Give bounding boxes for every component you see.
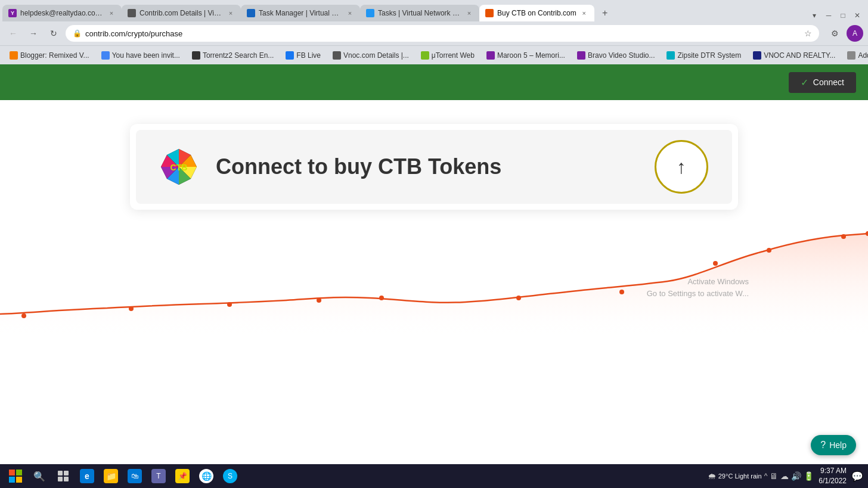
tab-task-manager[interactable]: Task Manager | Virtual Network ... ×	[241, 5, 360, 21]
bookmark-torrentz-label: Torrentz2 Search En...	[203, 51, 274, 60]
bookmark-bravo[interactable]: Bravo Video Studio...	[572, 50, 660, 61]
tab-contrib-details-label: Contrib.com Details | Virtual Ne...	[140, 9, 223, 17]
bookmark-zipsite[interactable]: Zipsite DTR System	[662, 50, 746, 61]
taskbar-search-button[interactable]: 🔍	[29, 465, 50, 487]
bookmark-zipsite-favicon	[666, 51, 675, 60]
systray-icons: 🌧 29°C Light rain ^ 🖥 ☁ 🔊 🔋	[708, 471, 814, 481]
taskbar: 🔍 e 📁 🛍 T 📌 🌐 S 🌧 29°C Light rain ^	[0, 464, 868, 488]
upload-circle[interactable]: ↑	[655, 140, 708, 194]
tab-contrib-details-close[interactable]: ×	[227, 9, 235, 17]
bookmark-vnoc[interactable]: Vnoc.com Details |...	[328, 50, 414, 61]
address-bar[interactable]: 🔒 contrib.com/crypto/purchase ☆	[66, 25, 819, 42]
taskview-button[interactable]	[52, 465, 74, 487]
svg-text:CTB: CTB	[170, 163, 188, 172]
taskbar-teams-icon[interactable]: T	[148, 465, 169, 487]
url-text: contrib.com/crypto/purchase	[85, 29, 801, 38]
purchase-card: CTB Connect to buy CTB Tokens ↑	[130, 124, 738, 210]
svg-rect-22	[16, 470, 22, 475]
help-button-label: Help	[829, 440, 847, 450]
profile-button[interactable]: A	[847, 25, 863, 42]
extensions-button[interactable]: ⚙	[826, 25, 843, 42]
bookmark-invited-label: You have been invit...	[112, 51, 180, 60]
lock-icon: 🔒	[73, 29, 82, 38]
svg-point-16	[619, 290, 624, 294]
bookmark-add-domain-favicon	[847, 51, 855, 60]
bookmark-star-icon[interactable]: ☆	[804, 29, 812, 38]
tab-contrib-details[interactable]: Contrib.com Details | Virtual Ne... ×	[122, 5, 241, 21]
svg-rect-28	[64, 477, 69, 481]
bookmark-invited-favicon	[101, 51, 110, 60]
taskbar-clock[interactable]: 9:37 AM 6/1/2022	[819, 466, 847, 486]
tab-tasks[interactable]: Tasks | Virtual Network Operatio... ×	[360, 5, 479, 21]
tab-list-button[interactable]: ▾	[808, 10, 820, 21]
upload-arrow-icon: ↑	[677, 156, 686, 178]
tab-buy-ctb-close[interactable]: ×	[580, 9, 588, 17]
bookmark-zipsite-label: Zipsite DTR System	[677, 51, 741, 60]
tab-tasks-favicon	[366, 9, 374, 17]
browser-right-controls: ⚙ A	[823, 25, 863, 42]
search-icon: 🔍	[33, 471, 45, 482]
weather-icon: 🌧	[708, 471, 716, 481]
bookmark-utorrent-favicon	[421, 51, 429, 60]
svg-point-15	[516, 296, 521, 300]
tab-yahoo-close[interactable]: ×	[107, 9, 116, 17]
bookmark-blogger-favicon	[10, 51, 18, 60]
tab-tasks-close[interactable]: ×	[465, 9, 473, 17]
bookmark-torrentz[interactable]: Torrentz2 Search En...	[187, 50, 278, 61]
systray-volume-icon[interactable]: 🔊	[791, 471, 801, 481]
systray-network-icon[interactable]: 🖥	[770, 471, 778, 481]
taskbar-sticky-icon[interactable]: 📌	[172, 465, 193, 487]
close-button[interactable]: ✕	[851, 10, 863, 21]
maximize-button[interactable]: □	[837, 10, 849, 21]
connect-button[interactable]: ✓ Connect	[789, 72, 856, 93]
site-header: ✓ Connect	[0, 64, 868, 100]
start-button[interactable]	[5, 465, 26, 487]
bookmark-fb-label: FB Live	[296, 51, 321, 60]
tab-bar: Y helpdesk@realtydao.com - Yahoo... × Co…	[0, 0, 868, 21]
reload-button[interactable]: ↻	[45, 25, 62, 42]
systray-up-icon[interactable]: ^	[764, 472, 768, 480]
bookmark-vnoc-label: Vnoc.com Details |...	[343, 51, 409, 60]
minimize-button[interactable]: ─	[823, 10, 835, 21]
main-area: CTB Connect to buy CTB Tokens ↑	[0, 100, 868, 335]
bookmark-bravo-label: Bravo Video Studio...	[588, 51, 655, 60]
tab-yahoo[interactable]: Y helpdesk@realtydao.com - Yahoo... ×	[2, 5, 122, 21]
tab-controls: ▾ ─ □ ✕	[808, 10, 868, 21]
svg-point-11	[129, 306, 134, 311]
bookmark-maroon5-favicon	[486, 51, 495, 60]
help-button[interactable]: ? Help	[811, 435, 856, 455]
page-content: ✓ Connect CT	[0, 64, 868, 464]
bookmark-add-domain[interactable]: Add New Domain |...	[842, 50, 868, 61]
bookmark-maroon5[interactable]: Maroon 5 – Memori...	[482, 50, 570, 61]
taskbar-skype-icon[interactable]: S	[219, 465, 241, 487]
forward-button[interactable]: →	[25, 25, 42, 42]
svg-point-19	[841, 234, 846, 239]
svg-point-13	[317, 298, 321, 303]
svg-rect-24	[16, 477, 22, 483]
bookmark-invited[interactable]: You have been invit...	[97, 50, 185, 61]
taskbar-explorer-icon[interactable]: 📁	[100, 465, 122, 487]
activate-line1: Activate Windows	[647, 276, 749, 288]
price-chart	[0, 204, 868, 335]
bookmark-vnoc-realty[interactable]: VNOC AND REALTY...	[748, 50, 840, 61]
systray-battery-icon[interactable]: 🔋	[804, 471, 814, 481]
help-circle-icon: ?	[820, 440, 826, 450]
notification-button[interactable]: 💬	[851, 471, 863, 482]
connect-button-label: Connect	[813, 77, 844, 87]
taskbar-right: 🌧 29°C Light rain ^ 🖥 ☁ 🔊 🔋 9:37 AM 6/1/…	[708, 466, 863, 486]
tab-task-manager-close[interactable]: ×	[346, 9, 354, 17]
systray-cloud-icon[interactable]: ☁	[780, 471, 789, 481]
address-bar-icons: ☆	[804, 29, 812, 38]
bookmark-blogger[interactable]: Blogger: Remixed V...	[5, 50, 94, 61]
bookmark-fb-favicon	[286, 51, 294, 60]
taskbar-chrome-icon[interactable]: 🌐	[196, 465, 217, 487]
card-inner: CTB Connect to buy CTB Tokens ↑	[136, 130, 732, 204]
back-button[interactable]: ←	[5, 25, 21, 42]
taskbar-edge-icon[interactable]: e	[76, 465, 98, 487]
bookmark-fb-live[interactable]: FB Live	[281, 50, 326, 61]
taskbar-store-icon[interactable]: 🛍	[124, 465, 145, 487]
new-tab-button[interactable]: +	[597, 5, 613, 21]
bookmark-utorrent[interactable]: μTorrent Web	[416, 50, 479, 61]
tab-buy-ctb[interactable]: Buy CTB on Contrib.com ×	[479, 5, 594, 21]
checkmark-icon: ✓	[801, 77, 808, 88]
